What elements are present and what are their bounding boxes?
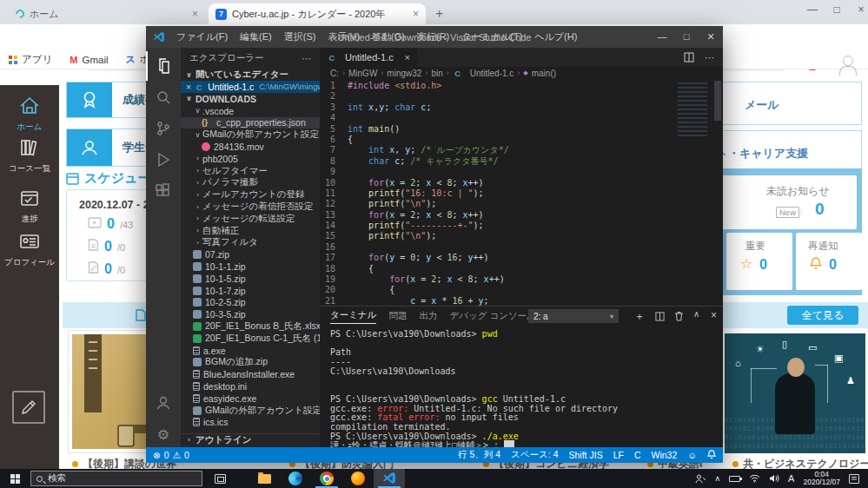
open-editors-section[interactable]: ∨開いているエディター [181,69,320,81]
breadcrumb-item[interactable]: C: [330,69,339,78]
breadcrumb-item[interactable]: bin [431,69,442,78]
editor-tab-untitled[interactable]: C Untitled-1.c × [320,48,417,67]
breadcrumb-item[interactable]: main() [532,69,556,78]
run-debug-icon[interactable] [146,145,181,175]
close-icon[interactable]: × [186,82,191,92]
menu-移動(G)[interactable]: 移動(G) [366,30,411,43]
feedback-smiley-icon[interactable]: ☺ [687,450,697,460]
status-item[interactable]: LF [613,450,624,460]
explorer-item[interactable]: ›写真フィルタ [181,237,320,249]
more-actions-icon[interactable]: ⋯ [302,53,312,63]
firefox-icon[interactable] [342,469,374,488]
panel-tab-問題[interactable]: 問題 [388,310,407,322]
explorer-item[interactable]: ›セルフタイマー [181,165,320,177]
menu-ターミナル(T)[interactable]: ターミナル(T) [455,30,528,43]
explorer-item[interactable]: 20F_IE1_Bonus C-1_氏名 (1).xlsx [181,333,320,345]
taskbar-search-box[interactable]: 検索 [30,471,202,486]
explorer-item[interactable]: ∨GMailの外部アカウント設定 [181,129,320,141]
volume-icon[interactable] [769,474,779,483]
start-button[interactable] [10,474,20,484]
panel-tab-ターミナル[interactable]: ターミナル [330,309,376,324]
tray-expand-icon[interactable]: ∧ [715,474,721,483]
wifi-icon[interactable] [749,474,760,483]
browser-minimize-button[interactable]: — [801,3,824,16]
warnings-icon[interactable]: ⚠ [173,450,181,460]
explorer-item[interactable]: 07.zip [181,248,320,260]
search-icon[interactable] [146,82,181,112]
vscode-maximize-button[interactable]: □ [674,26,699,48]
tab-close-icon[interactable]: × [413,8,419,20]
sidebar-item-コース一覧[interactable]: コース一覧 [0,137,59,175]
explorer-item[interactable]: 284136.mov [181,141,320,153]
chrome-icon[interactable] [311,469,342,488]
browser-tab-home[interactable]: ホーム × [9,3,205,24]
important-card[interactable]: 重要 ☆ 0 [726,233,792,290]
menu-選択(S)[interactable]: 選択(S) [278,30,322,43]
tab-close-icon[interactable]: × [192,8,198,20]
sidebar-item-プロフィール[interactable]: プロフィール [0,231,59,268]
sidebar-item-ホーム[interactable]: ホーム [0,96,59,133]
account-icon[interactable] [146,388,181,418]
explorer-item[interactable]: desktop.ini [181,380,320,392]
notification-center-icon[interactable] [849,474,859,484]
edit-pencil-button[interactable] [12,391,45,424]
bookmark-gmail[interactable]: M Gmail [70,55,108,65]
explorer-item[interactable]: BGMの追加.zip [181,357,320,369]
explorer-item[interactable]: ›メッセージの着信拒否設定 [181,201,320,213]
terminal-output[interactable]: PS C:\Users\va190\Downloads> pwdPath----… [320,326,723,451]
people-icon[interactable] [695,474,706,484]
panel-tab-出力[interactable]: 出力 [419,310,437,322]
explorer-item[interactable]: GMailの外部アカウント設定.zip [181,405,320,417]
explorer-item[interactable]: ›メッセージの転送設定 [181,213,320,225]
terminal-selector-dropdown[interactable]: 2: a▾ [528,309,619,323]
vscode-taskbar-icon[interactable] [374,469,405,488]
source-control-icon[interactable] [146,114,181,143]
explorer-item[interactable]: 10-1-5.zip [181,273,320,285]
renotify-card[interactable]: 再通知 0 [796,233,862,290]
extensions-icon[interactable] [146,176,181,206]
status-item[interactable]: C [634,450,641,460]
breadcrumb-item[interactable]: Untitled-1.c [470,69,514,78]
editor-more-icon[interactable]: ⋯ [705,52,714,63]
split-editor-icon[interactable] [684,52,694,63]
new-terminal-icon[interactable]: ＋ [634,309,645,324]
menu-ファイル(F)[interactable]: ファイル(F) [170,30,234,43]
explorer-item[interactable]: ›メールアカウントの登録 [181,188,320,201]
maximize-panel-icon[interactable]: ∧ [693,309,699,319]
explorer-item[interactable]: a.exe [181,345,320,357]
vscode-titlebar[interactable]: Untitled-1.c - Downloads - Visual Studio… [146,26,723,48]
task-view-icon[interactable] [215,474,226,484]
code-editor[interactable]: 1#include <stdio.h>23int x,y; char c;45i… [320,79,723,306]
taskbar-clock[interactable]: 0:042020/12/07 [803,471,840,487]
breadcrumb-item[interactable]: mingw32 [387,69,421,78]
vscode-minimize-button[interactable]: — [650,26,674,48]
settings-gear-icon[interactable]: ⚙ [146,419,181,449]
open-editor-item[interactable]: × C Untitled-1.c C:\MinGW\mingw32\bin [181,81,320,93]
browser-maximize-button[interactable]: □ [825,3,848,16]
downloads-section[interactable]: ∨DOWNLOADS [181,93,320,105]
see-all-button[interactable]: 全て見る [787,306,858,325]
browser-tab-calendar[interactable]: 7 Cyber-u.ac.jp - カレンダー - 2020年 × [209,3,426,24]
menu-ヘルプ(H)[interactable]: ヘルプ(H) [528,30,583,43]
outline-section[interactable]: ›アウトライン [181,433,320,445]
explorer-item[interactable]: ∨.vscode [181,105,320,117]
status-item[interactable]: Shift JIS [569,450,603,460]
status-item[interactable]: 行 5、列 4 [458,449,500,461]
page-user-avatar[interactable] [836,54,858,76]
panel-tab-デバッグ コンソール[interactable]: デバッグ コンソール [449,310,535,322]
explorer-item[interactable]: ›phb2005 [181,153,320,165]
explorer-item[interactable]: ›パノラマ撮影 [181,177,320,189]
explorer-item[interactable]: easyidec.exe [181,392,320,405]
explorer-item[interactable]: 20F_IE1_Bonus B_氏名.xlsx [181,320,320,333]
tab-close-icon[interactable]: × [405,52,410,63]
notifications-bell-icon[interactable] [707,450,716,461]
breadcrumb[interactable]: C:›MinGW›mingw32›bin›CUntitled-1.c›◆main… [320,67,723,79]
explorer-icon[interactable] [146,51,181,81]
errors-icon[interactable]: ⊗ [153,450,161,460]
kill-terminal-trash-icon[interactable] [674,311,684,321]
explorer-item[interactable]: BlueJeansInstaller.exe [181,368,320,380]
minimap[interactable] [678,82,707,138]
explorer-item[interactable]: ›自動補正 [181,225,320,237]
explorer-item[interactable]: 10-1-7.zip [181,285,320,297]
menu-表示(V)[interactable]: 表示(V) [321,30,366,43]
